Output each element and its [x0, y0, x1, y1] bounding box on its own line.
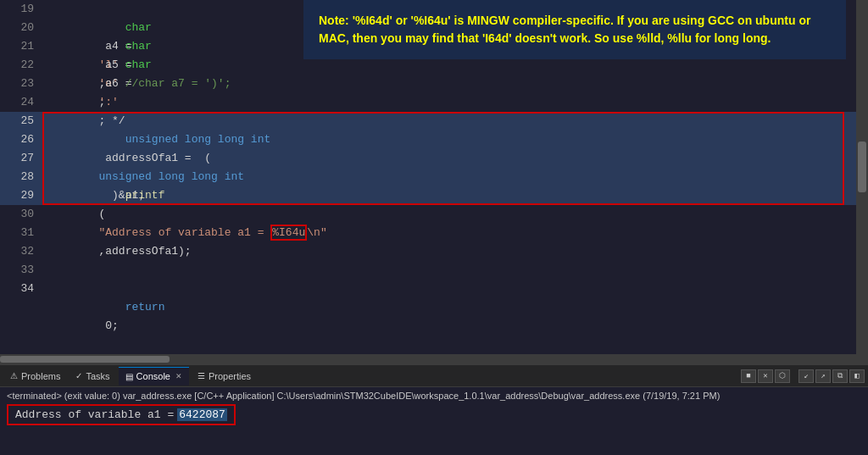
console-close-icon[interactable]: ✕: [175, 372, 182, 380]
output-value: 6422087: [177, 408, 227, 421]
console-output: <terminated> (exit value: 0) var_address…: [0, 387, 868, 429]
pin-button[interactable]: ⬡: [775, 369, 790, 383]
bottom-panel: ⚠ Problems ✓ Tasks ▤ Console ✕ ☰ Propert…: [0, 364, 868, 455]
code-line-34: return 0;: [42, 280, 856, 298]
tasks-icon: ✓: [75, 371, 82, 380]
editor-container: Note: '%I64d' or '%I64u' is MINGW compil…: [0, 0, 868, 455]
settings-button[interactable]: ◧: [849, 369, 865, 383]
vertical-scrollbar[interactable]: [856, 0, 868, 354]
console-icon: ▤: [125, 372, 133, 381]
output-label: Address of variable a1 =: [15, 408, 174, 421]
tab-problems[interactable]: ⚠ Problems: [3, 367, 67, 386]
panel-toolbar: ■ ✕ ⬡ ↙ ↗ ⧉ ◧: [741, 369, 865, 383]
note-text: Note: '%I64d' or '%I64u' is MINGW compil…: [319, 12, 831, 47]
new-console-button[interactable]: ⧉: [832, 369, 848, 383]
line-numbers: 19 20 21 22 23 24 25 26 27 28 29 30 31 3…: [0, 0, 42, 354]
tab-properties[interactable]: ☰ Properties: [191, 367, 258, 386]
terminated-text: <terminated> (exit value: 0) var_address…: [7, 391, 861, 401]
output-red-box: Address of variable a1 = 6422087: [7, 404, 236, 425]
clear-button[interactable]: ↗: [815, 369, 831, 383]
scrollbar-thumb[interactable]: [858, 141, 866, 192]
tab-console[interactable]: ▤ Console ✕: [119, 367, 189, 386]
stop-button[interactable]: ■: [741, 369, 756, 383]
tab-tasks[interactable]: ✓ Tasks: [69, 367, 116, 386]
scroll-lock-button[interactable]: ↙: [798, 369, 814, 383]
tab-problems-label: Problems: [21, 371, 60, 381]
problems-icon: ⚠: [10, 371, 18, 380]
console-result-line: Address of variable a1 = 6422087: [7, 404, 861, 425]
tab-console-label: Console: [136, 371, 170, 381]
properties-icon: ☰: [198, 371, 205, 380]
h-scrollbar-thumb[interactable]: [0, 356, 170, 363]
panel-tabs: ⚠ Problems ✓ Tasks ▤ Console ✕ ☰ Propert…: [0, 365, 868, 387]
close-button[interactable]: ✕: [758, 369, 773, 383]
code-line-25: unsigned long long int addressOfa1 = ( u…: [42, 112, 856, 130]
code-line-24: [42, 93, 856, 112]
note-box: Note: '%I64d' or '%I64u' is MINGW compil…: [303, 0, 846, 59]
code-line-30: [42, 205, 856, 224]
tab-tasks-label: Tasks: [86, 371, 109, 381]
tab-properties-label: Properties: [209, 371, 251, 381]
code-line-33: [42, 261, 856, 280]
horizontal-scrollbar[interactable]: [0, 354, 868, 364]
